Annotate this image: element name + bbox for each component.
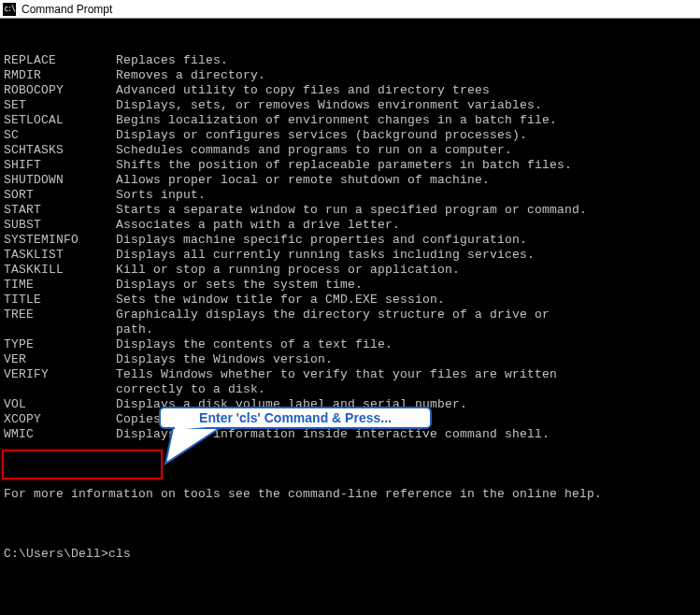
command-row: SUBSTAssociates a path with a drive lett… xyxy=(4,218,696,233)
command-row-continuation: path. xyxy=(4,322,696,337)
command-name: VER xyxy=(4,352,116,367)
command-name: SUBST xyxy=(4,218,116,233)
command-name: ROBOCOPY xyxy=(4,83,116,98)
command-name: SCHTASKS xyxy=(4,143,116,158)
command-name: VOL xyxy=(4,397,116,412)
command-row: TREEGraphically displays the directory s… xyxy=(4,308,696,322)
command-row: ROBOCOPYAdvanced utility to copy files a… xyxy=(4,83,696,98)
command-row: VOLDisplays a disk volume label and seri… xyxy=(4,397,696,412)
command-desc-continuation: correctly to a disk. xyxy=(116,382,686,397)
command-desc: Schedules commands and programs to run o… xyxy=(116,143,686,158)
command-desc: Displays or configures services (backgro… xyxy=(116,128,686,143)
command-desc: Allows proper local or remote shutdown o… xyxy=(116,173,686,188)
command-row: SCDisplays or configures services (backg… xyxy=(4,128,696,143)
command-desc: Removes a directory. xyxy=(116,68,686,83)
command-name: SETLOCAL xyxy=(4,113,116,128)
command-row: TASKLISTDisplays all currently running t… xyxy=(4,248,696,263)
command-row: TITLESets the window title for a CMD.EXE… xyxy=(4,293,696,308)
command-row: STARTStarts a separate window to run a s… xyxy=(4,203,696,218)
command-name: SYSTEMINFO xyxy=(4,233,116,248)
command-desc: Displays all currently running tasks inc… xyxy=(116,248,686,263)
command-row: SHUTDOWNAllows proper local or remote sh… xyxy=(4,173,696,188)
command-desc: Associates a path with a drive letter. xyxy=(116,218,686,233)
command-row: SETLOCALBegins localization of environme… xyxy=(4,113,696,128)
command-name: TIME xyxy=(4,278,116,293)
command-name: SHUTDOWN xyxy=(4,173,116,188)
command-name: TYPE xyxy=(4,337,116,352)
command-desc: Replaces files. xyxy=(116,53,686,68)
command-desc: Displays, sets, or removes Windows envir… xyxy=(116,98,686,113)
command-desc: Displays or sets the system time. xyxy=(116,278,686,293)
command-name: SC xyxy=(4,128,116,143)
prompt-line[interactable]: C:\Users\Dell>cls xyxy=(4,547,696,562)
command-row: WMICDisplays WMI information inside inte… xyxy=(4,427,696,442)
command-desc: Tells Windows whether to verify that you… xyxy=(116,367,686,382)
command-name: TITLE xyxy=(4,293,116,308)
command-desc: Sorts input. xyxy=(116,188,686,203)
command-row: TASKKILLKill or stop a running process o… xyxy=(4,263,696,278)
command-name: TASKLIST xyxy=(4,248,116,263)
command-name: VERIFY xyxy=(4,367,116,382)
command-name: WMIC xyxy=(4,427,116,442)
command-desc-continuation: path. xyxy=(116,322,686,337)
command-row: XCOPYCopies files and directory trees. xyxy=(4,412,696,427)
command-desc: Sets the window title for a CMD.EXE sess… xyxy=(116,293,686,308)
command-desc: Displays the contents of a text file. xyxy=(116,337,686,352)
command-desc: Displays the Windows version. xyxy=(116,352,686,367)
command-row: SORTSorts input. xyxy=(4,188,696,203)
command-desc: Advanced utility to copy files and direc… xyxy=(116,83,686,98)
command-row-continuation: correctly to a disk. xyxy=(4,382,696,397)
command-name: SHIFT xyxy=(4,158,116,173)
prompt-input[interactable]: cls xyxy=(108,547,131,561)
command-name: XCOPY xyxy=(4,412,116,427)
command-name: TREE xyxy=(4,308,116,322)
command-name: SET xyxy=(4,98,116,113)
command-name: RMDIR xyxy=(4,68,116,83)
command-desc: Displays WMI information inside interact… xyxy=(116,427,686,442)
command-desc: Displays a disk volume label and serial … xyxy=(116,397,686,412)
cmd-icon: c:\ xyxy=(3,3,16,16)
command-desc: Begins localization of environment chang… xyxy=(116,113,686,128)
command-desc: Kill or stop a running process or applic… xyxy=(116,263,686,278)
prompt-path: C:\Users\Dell> xyxy=(4,547,108,561)
command-name: REPLACE xyxy=(4,53,116,68)
command-row: VERDisplays the Windows version. xyxy=(4,352,696,367)
command-row: VERIFYTells Windows whether to verify th… xyxy=(4,367,696,382)
window-titlebar[interactable]: c:\ Command Prompt xyxy=(0,0,700,19)
command-row: SYSTEMINFODisplays machine specific prop… xyxy=(4,233,696,248)
command-row: SCHTASKSSchedules commands and programs … xyxy=(4,143,696,158)
command-name: SORT xyxy=(4,188,116,203)
command-row: SHIFTShifts the position of replaceable … xyxy=(4,158,696,173)
command-row: TIMEDisplays or sets the system time. xyxy=(4,278,696,293)
command-row: TYPEDisplays the contents of a text file… xyxy=(4,337,696,352)
command-row: SETDisplays, sets, or removes Windows en… xyxy=(4,98,696,113)
command-name: TASKKILL xyxy=(4,263,116,278)
command-desc: Shifts the position of replaceable param… xyxy=(116,158,686,173)
terminal-output[interactable]: REPLACEReplaces files.RMDIRRemoves a dir… xyxy=(0,19,700,580)
window-title: Command Prompt xyxy=(21,3,112,16)
command-desc: Graphically displays the directory struc… xyxy=(116,308,686,322)
command-name: START xyxy=(4,203,116,218)
command-row: REPLACEReplaces files. xyxy=(4,53,696,68)
command-desc: Starts a separate window to run a specif… xyxy=(116,203,686,218)
command-row: RMDIRRemoves a directory. xyxy=(4,68,696,83)
command-desc: Displays machine specific properties and… xyxy=(116,233,686,248)
command-desc: Copies files and directory trees. xyxy=(116,412,686,427)
help-footer-line: For more information on tools see the co… xyxy=(4,487,696,502)
